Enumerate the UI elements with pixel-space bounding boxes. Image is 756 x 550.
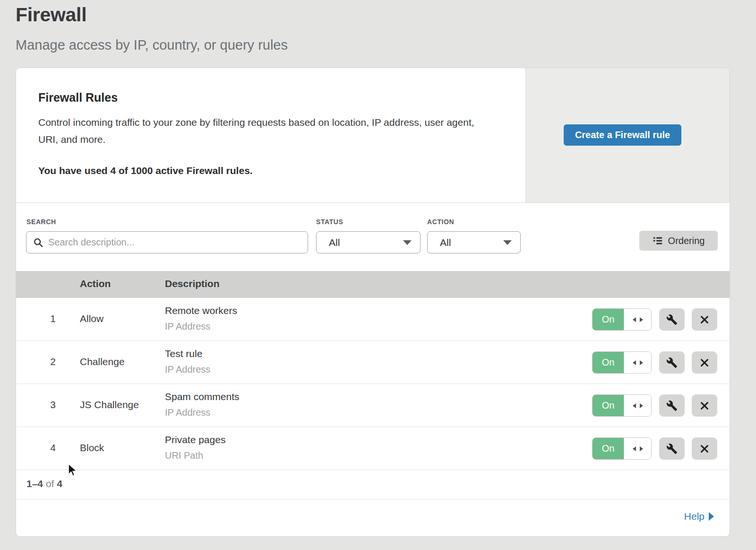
column-header-action: Action [80, 278, 111, 289]
status-label: STATUS [316, 218, 344, 226]
pagination-of: of [46, 478, 54, 489]
delete-rule-button[interactable] [692, 351, 717, 374]
delete-rule-button[interactable] [692, 394, 717, 417]
status-select[interactable]: All [316, 231, 421, 253]
search-label: SEARCH [26, 218, 56, 226]
rule-action: JS Challenge [80, 399, 139, 410]
close-icon [699, 444, 710, 454]
close-icon [699, 314, 710, 325]
help-link[interactable]: Help [684, 511, 714, 522]
rule-enabled-toggle[interactable]: On [592, 351, 652, 374]
toggle-on-label: On [593, 438, 624, 459]
rule-match-type: IP Address [165, 407, 210, 418]
pagination-range: 1–4 [26, 478, 43, 489]
rule-priority: 1 [43, 313, 63, 324]
close-icon [699, 358, 710, 368]
status-select-value: All [329, 237, 340, 248]
move-horizontal-icon[interactable] [624, 438, 651, 459]
rule-description: Remote workers [165, 305, 237, 316]
search-box[interactable] [26, 231, 308, 253]
rule-description: Spam comments [165, 391, 240, 402]
rule-action: Challenge [80, 356, 125, 367]
pagination-text: 1–4 of 4 [26, 478, 62, 489]
help-link-label: Help [684, 511, 704, 522]
rule-action: Block [80, 442, 104, 454]
edit-rule-button[interactable] [659, 394, 685, 417]
create-firewall-rule-button[interactable]: Create a Firewall rule [564, 124, 681, 146]
move-horizontal-icon[interactable] [624, 309, 651, 330]
pagination-total: 4 [57, 478, 62, 489]
rule-description: Private pages [165, 434, 225, 445]
wrench-icon [666, 400, 678, 411]
action-select-value: All [440, 237, 451, 248]
intro-section: Firewall Rules Control incoming traffic … [16, 68, 730, 203]
ordering-button-label: Ordering [668, 236, 705, 246]
edit-rule-button[interactable] [659, 308, 685, 331]
rule-description: Test rule [165, 348, 202, 359]
firewall-rules-card: Firewall Rules Control incoming traffic … [16, 68, 730, 537]
rule-enabled-toggle[interactable]: On [592, 394, 652, 417]
rule-match-type: URI Path [165, 450, 203, 461]
wrench-icon [666, 357, 678, 368]
wrench-icon [666, 314, 678, 325]
search-icon [33, 237, 43, 248]
delete-rule-button[interactable] [692, 437, 717, 460]
rule-match-type: IP Address [165, 364, 210, 375]
wrench-icon [666, 443, 678, 454]
toggle-on-label: On [593, 352, 624, 373]
move-horizontal-icon[interactable] [624, 395, 651, 416]
rule-priority: 2 [43, 356, 63, 367]
table-header: Action Description [16, 271, 730, 298]
table-row: 4 Block Private pages URI Path On [16, 427, 730, 470]
pagination-bar: 1–4 of 4 [16, 470, 730, 499]
help-arrow-icon [709, 512, 714, 521]
toggle-on-label: On [593, 309, 624, 330]
close-icon [699, 401, 710, 411]
rule-enabled-toggle[interactable]: On [592, 437, 652, 460]
table-row: 3 JS Challenge Spam comments IP Address … [16, 384, 730, 427]
page-subtitle: Manage access by IP, country, or query r… [16, 37, 288, 53]
column-header-description: Description [165, 278, 220, 289]
section-description: Control incoming traffic to your zone by… [38, 114, 487, 148]
card-footer: Help [16, 499, 730, 537]
edit-rule-button[interactable] [659, 351, 685, 374]
toggle-on-label: On [593, 395, 624, 416]
table-row: 1 Allow Remote workers IP Address On [16, 298, 730, 341]
rule-match-type: IP Address [165, 321, 210, 332]
delete-rule-button[interactable] [692, 308, 717, 331]
move-horizontal-icon[interactable] [624, 352, 651, 373]
search-input[interactable] [48, 237, 301, 248]
action-label: ACTION [427, 218, 454, 226]
ordering-button[interactable]: Ordering [639, 231, 718, 251]
action-select[interactable]: All [427, 231, 521, 253]
rule-action: Allow [80, 313, 103, 324]
edit-rule-button[interactable] [659, 437, 685, 460]
rule-enabled-toggle[interactable]: On [592, 308, 652, 331]
rule-priority: 4 [43, 442, 63, 454]
ordered-list-icon [653, 236, 663, 246]
rule-priority: 3 [43, 399, 63, 410]
chevron-down-icon [503, 240, 512, 245]
section-heading: Firewall Rules [38, 91, 118, 105]
page-title: Firewall [16, 4, 86, 26]
table-row: 2 Challenge Test rule IP Address On [16, 341, 730, 384]
firewall-page: Firewall Manage access by IP, country, o… [0, 0, 756, 550]
chevron-down-icon [403, 240, 412, 245]
usage-summary: You have used 4 of 1000 active Firewall … [38, 165, 253, 176]
